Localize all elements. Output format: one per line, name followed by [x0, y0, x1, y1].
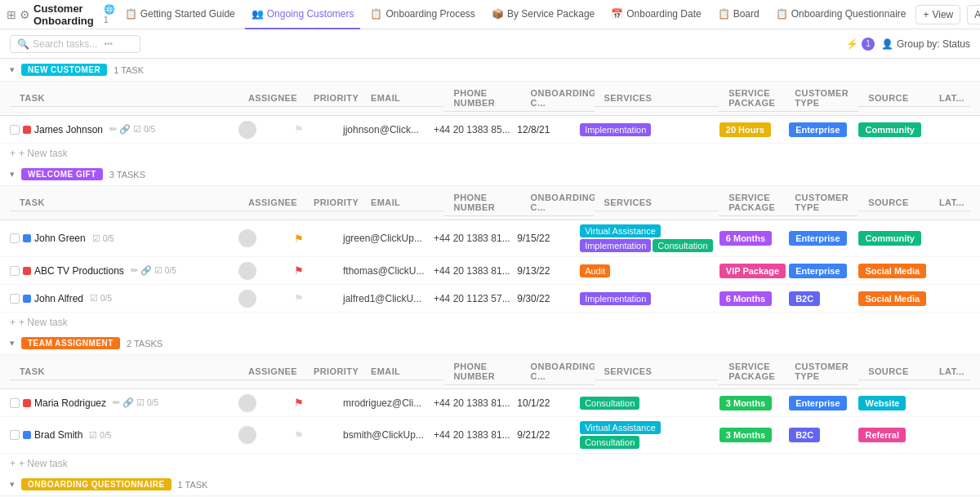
task-checkbox[interactable]	[10, 233, 20, 243]
col-header-assignee: ASSIGNEE	[238, 90, 304, 107]
col-header-assignee-wg: ASSIGNEE	[238, 194, 304, 211]
col-header-lat-wg: LAT...	[929, 194, 970, 211]
task-label[interactable]: ABC TV Productions	[34, 265, 124, 277]
col-headers-new-customer: TASK ASSIGNEE PRIORITY EMAIL PHONE NUMBE…	[0, 82, 980, 116]
task-onboarding-date: 9/13/22	[517, 265, 580, 277]
task-assignee	[238, 426, 294, 444]
edit-icon: ✏	[109, 124, 117, 135]
task-color-dot	[23, 399, 31, 407]
settings-icon[interactable]: ⚙	[20, 7, 30, 23]
tab-onboarding-process[interactable]: 📋 Onboarding Process	[363, 0, 481, 29]
auto-button[interactable]: Au...	[967, 5, 980, 24]
task-checkbox[interactable]	[10, 266, 20, 276]
tab-getting-started[interactable]: 📋 Getting Started Guide	[118, 0, 242, 29]
task-checkbox[interactable]	[10, 398, 20, 408]
check-icon: ☑	[133, 124, 141, 135]
task-email: jjohnson@Click...	[343, 124, 434, 135]
task-progress: 0/5	[144, 125, 155, 134]
add-new-row-new-customer[interactable]: + + New task	[0, 144, 980, 163]
task-priority[interactable]: ⚑	[294, 233, 343, 245]
email-value: mrodriguez@Cli...	[343, 397, 421, 409]
group-toggle-oq[interactable]: ▾	[10, 479, 15, 490]
task-onboarding-date: 9/30/22	[517, 293, 580, 304]
task-priority[interactable]: ⚑	[294, 397, 343, 409]
task-label[interactable]: Brad Smith	[34, 429, 82, 441]
grid-icon[interactable]: ⊞	[7, 7, 16, 23]
service-tags: Implementation	[580, 292, 719, 305]
assignee-avatar	[238, 262, 256, 280]
tab-onboarding-date[interactable]: 📅 Onboarding Date	[604, 0, 707, 29]
phone-value: +44 20 1123 57...	[434, 293, 510, 304]
col-header-task: TASK	[10, 90, 238, 107]
onboarding-date-value: 9/21/22	[517, 429, 550, 441]
source-tag: Referral	[858, 428, 906, 442]
source-tag: Website	[858, 396, 906, 410]
assignee-avatar	[238, 121, 256, 139]
priority-flag: ⚑	[294, 429, 304, 442]
add-new-row-team-assignment[interactable]: + + New task	[0, 454, 980, 473]
toolbar-right: ⚡ 1 👤 Group by: Status	[846, 38, 970, 51]
group-badge-oq: ONBOARDING QUESTIONNAIRE	[21, 478, 172, 490]
view-button[interactable]: + View	[915, 5, 960, 24]
task-priority[interactable]: ⚑	[294, 123, 343, 135]
group-header-welcome-gift: ▾ WELCOME GIFT 3 TASKS	[0, 163, 980, 186]
task-assignee	[238, 229, 294, 247]
task-label[interactable]: John Green	[34, 233, 86, 244]
service-tag-consultation: Consultation	[580, 436, 639, 449]
task-services: Virtual Assistance Implementation Consul…	[580, 224, 719, 252]
task-checkbox[interactable]	[10, 294, 20, 304]
group-by-button[interactable]: 👤 Group by: Status	[881, 38, 970, 50]
task-priority[interactable]: ⚑	[294, 292, 343, 304]
task-onboarding-date: 9/15/22	[517, 233, 580, 244]
table-row: Maria Rodriguez ✏ 🔗 ☑ 0/5 ⚑ mrodriguez@C…	[0, 389, 980, 417]
phone-value: +44 20 1383 81...	[434, 233, 510, 244]
table-row: ABC TV Productions ✏ 🔗 ☑ 0/5 ⚑ fthomas@C…	[0, 257, 980, 285]
source-tag: Social Media	[858, 291, 926, 306]
col-header-customer-type-ta: CUSTOMER TYPE	[785, 358, 858, 385]
assignee-avatar	[238, 229, 256, 247]
table-row: John Alfred ☑ 0/5 ⚑ jalfred1@ClickU... +…	[0, 285, 980, 313]
col-header-services-wg: SERVICES	[595, 194, 719, 211]
filter-button[interactable]: ⚡ 1	[846, 38, 875, 51]
tab-board[interactable]: 📋 Board	[711, 0, 766, 29]
group-header-new-customer: ▾ NEW CUSTOMER 1 TASK	[0, 59, 980, 82]
task-color-dot	[23, 295, 31, 303]
tab-icon: 📋	[125, 8, 137, 20]
main-content: ▾ NEW CUSTOMER 1 TASK TASK ASSIGNEE PRIO…	[0, 59, 980, 497]
group-toggle-new-customer[interactable]: ▾	[10, 64, 15, 75]
search-more-icon: •••	[104, 39, 113, 48]
app-title: Customer Onboarding	[33, 2, 94, 27]
service-tag-virtual: Virtual Assistance	[580, 224, 661, 237]
assignee-avatar	[238, 426, 256, 444]
task-progress: 0/5	[100, 431, 111, 440]
task-checkbox[interactable]	[10, 430, 20, 440]
task-progress: 0/5	[165, 266, 176, 275]
add-new-row-welcome-gift[interactable]: + + New task	[0, 313, 980, 332]
col-header-priority-wg: PRIORITY	[304, 194, 361, 211]
task-priority[interactable]: ⚑	[294, 429, 343, 442]
task-label[interactable]: John Alfred	[34, 293, 83, 304]
task-label[interactable]: Maria Rodriguez	[34, 397, 106, 409]
group-toggle-team-assignment[interactable]: ▾	[10, 338, 15, 348]
group-toggle-welcome-gift[interactable]: ▾	[10, 169, 15, 180]
tab-by-service-package[interactable]: 📦 By Service Package	[485, 0, 601, 29]
task-checkbox[interactable]	[10, 125, 20, 135]
service-tag-implementation: Implementation	[580, 123, 651, 136]
col-header-lat-ta: LAT...	[929, 363, 970, 380]
phone-value: +44 20 1383 85...	[434, 124, 510, 135]
task-color-dot	[23, 126, 31, 134]
tab-onboarding-questionnaire[interactable]: 📋 Onboarding Questionnaire	[769, 0, 913, 29]
col-header-service-pkg-wg: SERVICE PACKAGE	[719, 189, 785, 216]
task-priority[interactable]: ⚑	[294, 264, 343, 277]
tab-ongoing-customers[interactable]: 👥 Ongoing Customers	[245, 0, 361, 29]
task-label[interactable]: James Johnson	[34, 124, 103, 135]
service-pkg-tag: 6 Months	[719, 231, 772, 246]
email-value: bsmith@ClickUp...	[343, 429, 424, 441]
col-headers-team-assignment: TASK ASSIGNEE PRIORITY EMAIL PHONE NUMBE…	[0, 355, 980, 389]
search-box[interactable]: 🔍 Search tasks... •••	[10, 35, 140, 53]
check-icon: ☑	[89, 430, 97, 441]
col-header-services: SERVICES	[595, 90, 719, 107]
task-assignee	[238, 290, 294, 308]
onboarding-date-value: 9/13/22	[517, 265, 550, 277]
edit-icon: ✏	[113, 397, 120, 408]
